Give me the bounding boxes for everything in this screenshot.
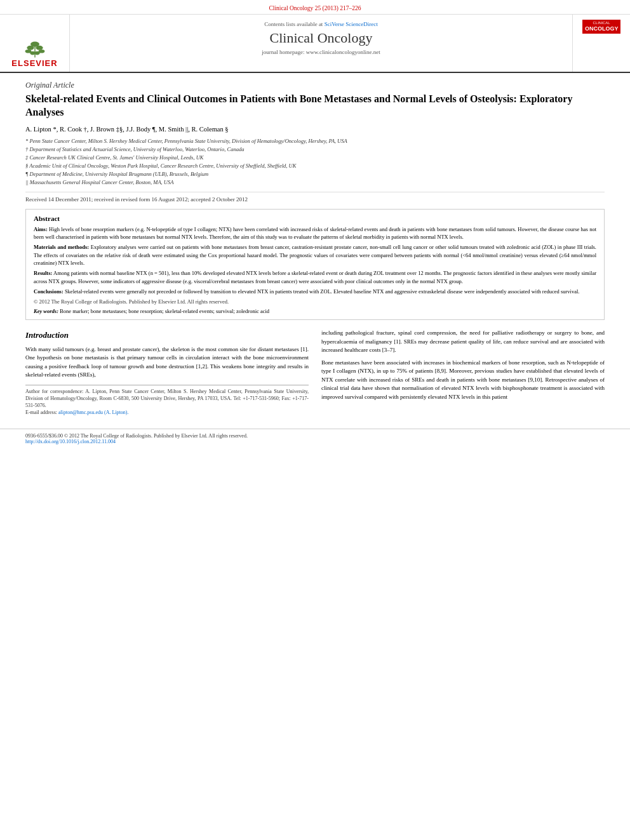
intro-heading: Introduction xyxy=(25,329,309,342)
aims-text: High levels of bone resorption markers (… xyxy=(34,226,596,240)
svg-point-3 xyxy=(27,46,34,50)
journal-title-area: Contents lists available at SciVerse Sci… xyxy=(70,15,573,72)
elsevier-logo-area: ELSEVIER xyxy=(0,15,70,72)
abstract-results: Results: Among patients with normal base… xyxy=(34,269,596,285)
affiliation-2: † Department of Statistics and Actuarial… xyxy=(25,146,605,154)
keywords-label: Key words: xyxy=(34,308,58,314)
affiliations: * Penn State Cancer Center, Milton S. He… xyxy=(25,138,605,186)
col-left: Introduction With many solid tumours (e.… xyxy=(25,329,309,416)
intro-p1-col2: including pathological fracture, spinal … xyxy=(321,329,605,355)
authors: A. Lipton *, R. Cook †, J. Brown ‡§, J.J… xyxy=(25,124,605,135)
affiliation-6: || Massachusetts General Hospital Cancer… xyxy=(25,179,605,187)
elsevier-tree-icon xyxy=(16,41,54,58)
article-title: Skeletal-related Events and Clinical Out… xyxy=(25,93,605,119)
journal-citation: Clinical Oncology 25 (2013) 217–226 xyxy=(269,5,361,11)
results-text: Among patients with normal baseline NTX … xyxy=(34,270,596,284)
bottom-bar: 0936-6555/$36.00 © 2012 The Royal Colleg… xyxy=(0,429,630,448)
journal-header: ELSEVIER Contents lists available at Sci… xyxy=(0,15,630,73)
intro-p2-col2: Bone metastases have been associated wit… xyxy=(321,359,605,402)
sciverse-text: SciVerse ScienceDirect xyxy=(325,21,378,27)
journal-badge: clinical ONCOLOGY xyxy=(582,20,620,34)
journal-citation-bar: Clinical Oncology 25 (2013) 217–226 xyxy=(0,0,630,15)
doi-text: http://dx.doi.org/10.1016/j.clon.2012.11… xyxy=(25,439,116,444)
svg-point-4 xyxy=(36,46,43,50)
journal-homepage: journal homepage: www.clinicaloncologyon… xyxy=(76,49,566,55)
keywords-text: Bone marker; bone metastases; bone resor… xyxy=(60,308,269,314)
email-text: alipton@hmc.psu.edu (A. Lipton). xyxy=(58,410,128,415)
abstract-aims: Aims: High levels of bone resorption mar… xyxy=(34,225,596,241)
email-link[interactable]: alipton@hmc.psu.edu (A. Lipton). xyxy=(58,410,128,415)
abstract-conclusions: Conclusions: Skeletal-related events wer… xyxy=(34,288,596,295)
conclusions-text: Skeletal-related events were generally n… xyxy=(65,288,580,295)
copyright-line: © 2012 The Royal College of Radiologists… xyxy=(34,298,596,305)
authors-text: A. Lipton *, R. Cook †, J. Brown ‡§, J.J… xyxy=(25,126,229,133)
affiliation-3: ‡ Cancer Research UK Clinical Centre, St… xyxy=(25,154,605,162)
abstract-title: Abstract xyxy=(34,215,596,222)
abstract-methods: Materials and methods: Exploratory analy… xyxy=(34,243,596,267)
affiliation-4: § Academic Unit of Clinical Oncology, We… xyxy=(25,163,605,170)
keywords-line: Key words: Bone marker; bone metastases;… xyxy=(34,308,596,314)
methods-label: Materials and methods: xyxy=(34,244,89,250)
page: Clinical Oncology 25 (2013) 217–226 ELSE… xyxy=(0,0,630,840)
badge-top-text: clinical xyxy=(585,21,618,25)
abstract-box: Abstract Aims: High levels of bone resor… xyxy=(25,209,605,321)
received-line: Received 14 December 2011; received in r… xyxy=(25,192,605,203)
email-label: E-mail address: xyxy=(25,410,58,415)
svg-point-8 xyxy=(34,51,39,55)
journal-badge-area: clinical ONCOLOGY xyxy=(573,15,630,72)
results-label: Results: xyxy=(34,270,52,276)
sciverse-link[interactable]: SciVerse ScienceDirect xyxy=(325,21,378,27)
body-two-col: Introduction With many solid tumours (e.… xyxy=(25,329,605,416)
article-type: Original Article xyxy=(25,81,605,90)
contents-available-line: Contents lists available at SciVerse Sci… xyxy=(76,21,566,27)
badge-title-text: ONCOLOGY xyxy=(585,25,618,32)
journal-name: Clinical Oncology xyxy=(76,30,566,46)
col-right: including pathological fracture, spinal … xyxy=(321,329,605,416)
affiliation-1: * Penn State Cancer Center, Milton S. He… xyxy=(25,138,605,145)
conclusions-label: Conclusions: xyxy=(34,288,64,295)
methods-text: Exploratory analyses were carried out on… xyxy=(34,244,596,266)
affiliation-5: ¶ Department of Medicine, University Hos… xyxy=(25,171,605,178)
author-correspondence-label: Author for correspondence: A. Lipton, Pe… xyxy=(25,389,309,408)
bottom-issn: 0936-6555/$36.00 © 2012 The Royal Colleg… xyxy=(25,433,248,439)
footer-note: Author for correspondence: A. Lipton, Pe… xyxy=(25,385,309,417)
aims-label: Aims: xyxy=(34,226,48,232)
elsevier-text: ELSEVIER xyxy=(11,58,57,68)
contents-text: Contents lists available at xyxy=(264,21,323,27)
intro-p1-col1: With many solid tumours (e.g. breast and… xyxy=(25,345,309,380)
article-content: Original Article Skeletal-related Events… xyxy=(0,73,630,422)
doi-link[interactable]: http://dx.doi.org/10.1016/j.clon.2012.11… xyxy=(25,439,116,444)
